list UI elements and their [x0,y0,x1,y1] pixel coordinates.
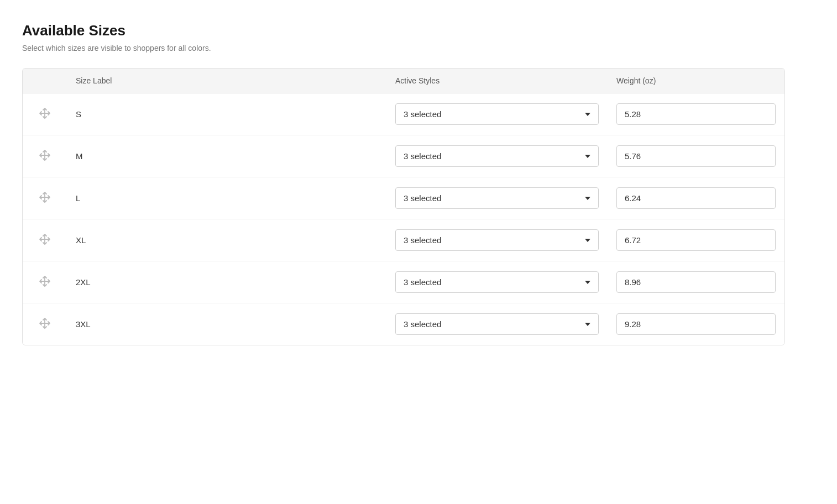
drag-handle-cell [23,191,67,205]
weight-input-s[interactable] [616,103,776,125]
drag-handle-icon[interactable] [39,107,51,121]
size-label-s: S [67,109,386,119]
drag-handle-cell [23,107,67,121]
table-row: 3XL3 selected [23,303,784,345]
size-label-xl: XL [67,235,386,245]
table-row: L3 selected [23,177,784,219]
drag-handle-cell [23,317,67,331]
header-size-label: Size Label [67,76,386,85]
table-header: Size Label Active Styles Weight (oz) [23,69,784,93]
header-weight: Weight (oz) [608,76,784,85]
weight-cell-2xl [608,271,784,293]
weight-cell-3xl [608,313,784,335]
weight-input-l[interactable] [616,187,776,209]
table-row: XL3 selected [23,219,784,261]
weight-cell-m [608,145,784,167]
weight-cell-s [608,103,784,125]
weight-input-m[interactable] [616,145,776,167]
header-drag [23,76,67,85]
weight-cell-xl [608,229,784,251]
drag-handle-icon[interactable] [39,317,51,331]
weight-cell-l [608,187,784,209]
weight-input-2xl[interactable] [616,271,776,293]
available-sizes-table: Size Label Active Styles Weight (oz) S3 … [22,68,785,345]
table-body: S3 selectedM3 selectedL3 selectedXL3 sel… [23,93,784,345]
active-styles-cell-3xl: 3 selected [386,313,608,335]
table-row: S3 selected [23,93,784,135]
drag-handle-cell [23,233,67,247]
active-styles-dropdown-s[interactable]: 3 selected [395,103,599,125]
active-styles-dropdown-xl[interactable]: 3 selected [395,229,599,251]
weight-input-xl[interactable] [616,229,776,251]
size-label-2xl: 2XL [67,277,386,287]
active-styles-dropdown-2xl[interactable]: 3 selected [395,271,599,293]
size-label-3xl: 3XL [67,319,386,329]
drag-handle-icon[interactable] [39,275,51,289]
size-label-l: L [67,193,386,203]
weight-input-3xl[interactable] [616,313,776,335]
active-styles-cell-s: 3 selected [386,103,608,125]
size-label-m: M [67,151,386,161]
active-styles-cell-2xl: 3 selected [386,271,608,293]
drag-handle-icon[interactable] [39,191,51,205]
active-styles-dropdown-l[interactable]: 3 selected [395,187,599,209]
header-active-styles: Active Styles [386,76,608,85]
page-title: Available Sizes [22,22,815,39]
page-subtitle: Select which sizes are visible to shoppe… [22,44,815,53]
drag-handle-cell [23,275,67,289]
drag-handle-icon[interactable] [39,149,51,163]
active-styles-dropdown-3xl[interactable]: 3 selected [395,313,599,335]
active-styles-cell-xl: 3 selected [386,229,608,251]
drag-handle-cell [23,149,67,163]
active-styles-dropdown-m[interactable]: 3 selected [395,145,599,167]
table-row: M3 selected [23,135,784,177]
drag-handle-icon[interactable] [39,233,51,247]
active-styles-cell-l: 3 selected [386,187,608,209]
active-styles-cell-m: 3 selected [386,145,608,167]
table-row: 2XL3 selected [23,261,784,303]
